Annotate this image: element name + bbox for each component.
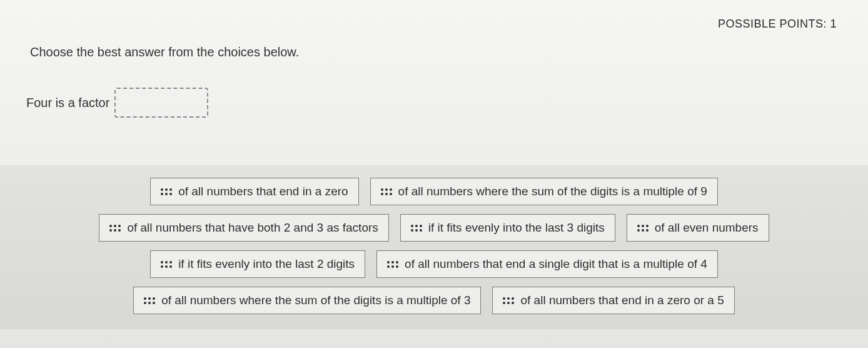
choice-label: if it fits evenly into the last 2 digits: [178, 257, 355, 271]
answer-drop-zone[interactable]: [114, 88, 208, 118]
drag-handle-icon: [381, 188, 392, 195]
choice-option[interactable]: if it fits evenly into the last 3 digits: [400, 214, 615, 242]
choice-label: of all numbers that have both 2 and 3 as…: [127, 221, 378, 235]
choice-option[interactable]: of all numbers that end in a zero or a 5: [492, 287, 734, 314]
choice-label: of all numbers that end a single digit t…: [405, 257, 707, 271]
drag-handle-icon: [161, 188, 172, 195]
drag-handle-icon: [411, 225, 422, 232]
choice-row: of all numbers that have both 2 and 3 as…: [38, 214, 830, 242]
choice-option[interactable]: of all numbers where the sum of the digi…: [370, 178, 718, 205]
drag-handle-icon: [637, 225, 648, 232]
choice-row: if it fits evenly into the last 2 digits…: [38, 250, 830, 278]
drag-handle-icon: [161, 261, 172, 268]
choice-label: of all even numbers: [655, 221, 759, 235]
choice-option[interactable]: of all even numbers: [627, 214, 769, 242]
drag-handle-icon: [503, 297, 514, 304]
drag-handle-icon: [109, 225, 121, 232]
choices-area: of all numbers that end in a zero of all…: [0, 165, 868, 329]
choice-option[interactable]: of all numbers that have both 2 and 3 as…: [99, 214, 388, 242]
choice-option[interactable]: if it fits evenly into the last 2 digits: [150, 250, 365, 278]
question-prompt: Four is a factor: [26, 88, 208, 118]
choice-label: of all numbers where the sum of the digi…: [398, 185, 707, 198]
drag-handle-icon: [144, 297, 155, 304]
prompt-text: Four is a factor: [26, 96, 109, 110]
choice-label: of all numbers where the sum of the digi…: [161, 294, 470, 307]
choice-option[interactable]: of all numbers where the sum of the digi…: [133, 287, 481, 314]
choice-option[interactable]: of all numbers that end a single digit t…: [376, 250, 718, 278]
drag-handle-icon: [387, 261, 398, 268]
choice-row: of all numbers that end in a zero of all…: [38, 178, 830, 205]
points-header: POSSIBLE POINTS: 1: [718, 18, 837, 31]
choice-label: if it fits evenly into the last 3 digits: [428, 221, 605, 235]
instruction-text: Choose the best answer from the choices …: [30, 45, 299, 59]
choice-label: of all numbers that end in a zero or a 5: [520, 294, 724, 307]
choice-row: of all numbers where the sum of the digi…: [38, 287, 830, 314]
choice-option[interactable]: of all numbers that end in a zero: [150, 178, 358, 205]
choice-label: of all numbers that end in a zero: [178, 185, 348, 198]
